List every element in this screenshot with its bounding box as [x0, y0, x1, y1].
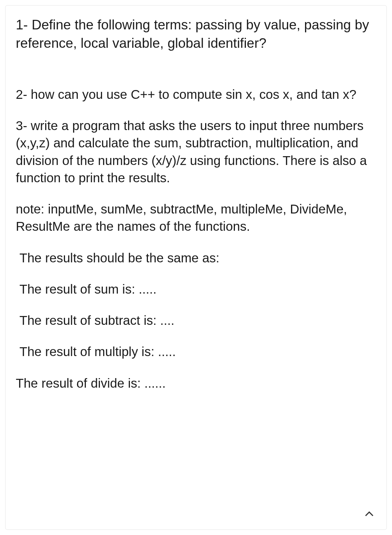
result-multiply: The result of multiply is: .....	[16, 343, 376, 360]
question-2: 2- how can you use C++ to compute sin x,…	[16, 86, 376, 103]
question-3: 3- write a program that asks the users t…	[16, 117, 376, 186]
result-divide: The result of divide is: ......	[16, 374, 376, 392]
question-note: note: inputMe, sumMe, subtractMe, multip…	[16, 200, 376, 235]
question-1: 1- Define the following terms: passing b…	[16, 16, 376, 53]
question-card: 1- Define the following terms: passing b…	[5, 5, 387, 530]
chevron-up-icon	[364, 509, 375, 521]
result-subtract: The result of subtract is: ....	[16, 312, 376, 329]
results-intro: The results should be the same as:	[16, 249, 376, 266]
scroll-to-top-button[interactable]	[363, 509, 375, 521]
result-sum: The result of sum is: .....	[16, 280, 376, 298]
